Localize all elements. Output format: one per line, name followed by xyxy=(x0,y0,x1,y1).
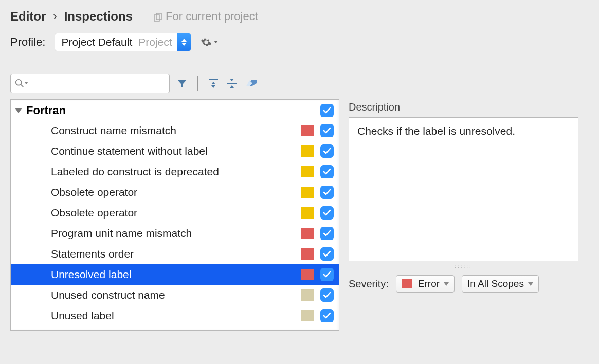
svg-rect-0 xyxy=(154,15,159,21)
expand-all-button[interactable] xyxy=(207,77,220,89)
inspection-row[interactable]: Obsolete operator xyxy=(11,203,339,223)
severity-color-swatch xyxy=(301,228,314,239)
chevron-down-icon xyxy=(444,282,449,286)
gear-icon xyxy=(201,37,212,48)
inspection-row[interactable]: Program unit name mismatch xyxy=(11,223,339,244)
inspection-label: Unused label xyxy=(51,310,301,322)
chevron-down-icon xyxy=(528,282,533,286)
search-input[interactable] xyxy=(10,74,170,93)
inspection-checkbox[interactable] xyxy=(320,144,334,158)
svg-point-2 xyxy=(16,80,22,85)
inspection-label: Unresolved label xyxy=(51,268,301,281)
collapse-all-icon xyxy=(226,77,238,89)
breadcrumb-page: Inspections xyxy=(64,9,133,24)
project-icon xyxy=(153,12,162,21)
inspection-checkbox[interactable] xyxy=(320,206,334,220)
severity-color-swatch xyxy=(301,187,314,198)
inspection-row[interactable]: Continue statement without label xyxy=(11,141,339,161)
check-icon xyxy=(323,106,331,115)
inspection-label: Continue statement without label xyxy=(51,145,301,157)
severity-color-swatch xyxy=(301,289,314,301)
scope-select[interactable]: In All Scopes xyxy=(462,275,539,293)
severity-select[interactable]: Error xyxy=(396,275,455,293)
severity-color-swatch xyxy=(301,145,314,157)
description-section-title: Description xyxy=(349,101,578,113)
inspection-checkbox[interactable] xyxy=(320,268,334,281)
search-field[interactable] xyxy=(28,78,165,89)
inspection-row[interactable]: Construct name mismatch xyxy=(11,120,339,141)
inspection-checkbox[interactable] xyxy=(320,124,334,137)
inspection-row[interactable]: Statements order xyxy=(11,244,339,264)
breadcrumb-separator-icon: › xyxy=(53,10,57,23)
profile-selected: Project Default xyxy=(55,36,138,48)
description-text: Checks if the label is unresolved. xyxy=(349,117,578,261)
check-icon xyxy=(323,270,331,279)
severity-value: Error xyxy=(418,278,440,289)
inspection-checkbox[interactable] xyxy=(320,247,334,261)
inspection-checkbox[interactable] xyxy=(320,227,334,240)
for-current-project-label: For current project xyxy=(153,10,258,23)
chevron-down-icon xyxy=(214,41,218,44)
inspection-label: Program unit name mismatch xyxy=(51,227,301,240)
profile-label: Profile: xyxy=(10,35,45,49)
inspections-toolbar xyxy=(0,63,599,99)
breadcrumb: Editor › Inspections For current project xyxy=(0,0,599,29)
inspection-checkbox[interactable] xyxy=(320,186,334,199)
inspection-label: Construct name mismatch xyxy=(51,124,301,137)
check-icon xyxy=(323,291,331,299)
svg-line-3 xyxy=(21,85,24,87)
eraser-icon xyxy=(244,78,258,88)
check-icon xyxy=(323,250,331,258)
inspection-group[interactable]: Fortran xyxy=(11,100,339,120)
inspection-row[interactable]: Unused construct name xyxy=(11,285,339,305)
inspection-checkbox[interactable] xyxy=(320,165,334,178)
profile-actions-button[interactable] xyxy=(201,37,218,48)
chevron-down-icon xyxy=(24,82,28,85)
group-checkbox[interactable] xyxy=(320,104,334,117)
group-label: Fortran xyxy=(26,104,316,117)
severity-color-swatch xyxy=(301,207,314,219)
svg-rect-4 xyxy=(209,79,218,80)
collapse-all-button[interactable] xyxy=(226,77,238,89)
check-icon xyxy=(323,312,331,320)
expand-all-icon xyxy=(207,77,220,89)
inspection-label: Labeled do construct is deprecated xyxy=(51,166,301,178)
inspection-row[interactable]: Unused label xyxy=(11,305,339,326)
breadcrumb-root[interactable]: Editor xyxy=(10,9,46,24)
filter-icon xyxy=(176,77,188,89)
severity-color-swatch xyxy=(402,279,412,288)
check-icon xyxy=(323,147,331,155)
reset-button[interactable] xyxy=(244,78,258,88)
disclosure-icon xyxy=(15,108,22,113)
inspection-label: Obsolete operator xyxy=(51,186,301,198)
resize-grip[interactable]: :::::: xyxy=(349,261,578,275)
inspection-checkbox[interactable] xyxy=(320,288,334,302)
severity-label: Severity: xyxy=(349,278,389,290)
inspection-row[interactable]: Labeled do construct is deprecated xyxy=(11,161,339,182)
inspection-row[interactable]: Obsolete operator xyxy=(11,182,339,203)
scope-value: In All Scopes xyxy=(467,278,524,289)
check-icon xyxy=(323,168,331,176)
severity-color-swatch xyxy=(301,248,314,260)
inspection-label: Obsolete operator xyxy=(51,207,301,219)
severity-color-swatch xyxy=(301,166,314,177)
profile-select[interactable]: Project Default Project xyxy=(55,33,191,51)
severity-color-swatch xyxy=(301,269,314,280)
toolbar-separator xyxy=(197,76,198,91)
severity-color-swatch xyxy=(301,125,314,136)
inspection-row[interactable]: Unresolved label xyxy=(11,264,339,285)
search-icon xyxy=(15,79,24,88)
svg-rect-1 xyxy=(156,13,161,20)
inspection-label: Unused construct name xyxy=(51,289,301,301)
inspections-tree: Fortran Construct name mismatchContinue … xyxy=(10,99,339,331)
profile-row: Profile: Project Default Project xyxy=(0,29,599,61)
severity-row: Severity: Error In All Scopes xyxy=(349,275,578,293)
inspection-label: Statements order xyxy=(51,248,301,260)
filter-button[interactable] xyxy=(176,77,188,89)
main-content: Fortran Construct name mismatchContinue … xyxy=(0,99,599,331)
check-icon xyxy=(323,209,331,217)
inspection-checkbox[interactable] xyxy=(320,309,334,322)
severity-color-swatch xyxy=(301,310,314,321)
check-icon xyxy=(323,229,331,238)
for-current-project-text: For current project xyxy=(166,10,258,23)
